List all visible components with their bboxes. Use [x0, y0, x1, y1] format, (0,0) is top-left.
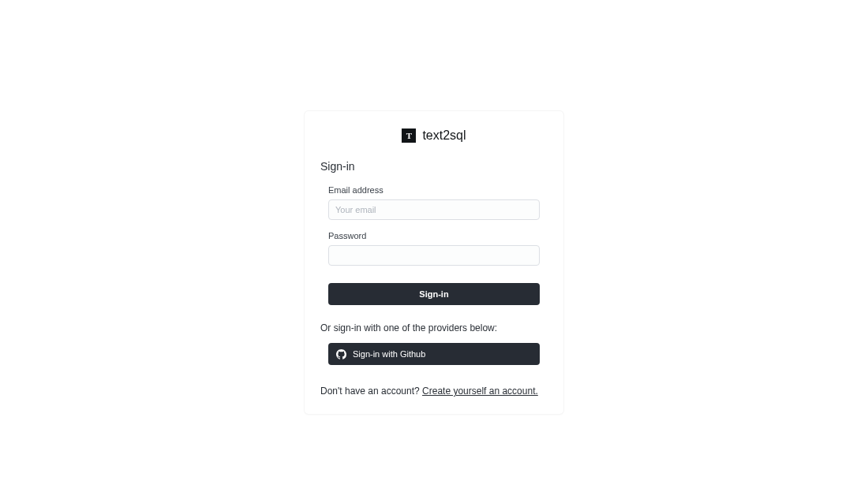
email-label: Email address: [328, 185, 540, 195]
github-icon: [336, 349, 346, 359]
create-account-link[interactable]: Create yourself an account.: [422, 386, 538, 397]
brand-logo-icon: T: [402, 129, 416, 143]
brand-name-part1: text: [422, 129, 443, 142]
email-group: Email address: [320, 185, 548, 220]
brand-name: text2sql: [422, 129, 466, 143]
password-field[interactable]: [328, 245, 540, 266]
signup-prefix: Don't have an account?: [320, 386, 422, 397]
signin-button[interactable]: Sign-in: [328, 283, 540, 305]
github-signin-button[interactable]: Sign-in with Github: [328, 343, 540, 365]
password-label: Password: [328, 231, 540, 240]
providers-divider: Or sign-in with one of the providers bel…: [320, 322, 548, 333]
password-group: Password: [320, 231, 548, 266]
github-signin-label: Sign-in with Github: [353, 349, 425, 359]
signup-footer: Don't have an account? Create yourself a…: [320, 386, 548, 397]
signin-card: T text2sql Sign-in Email address Passwor…: [304, 110, 564, 415]
brand-name-part2: 2sql: [443, 129, 466, 142]
page-title: Sign-in: [320, 160, 548, 173]
email-field[interactable]: [328, 199, 540, 220]
brand-logo-letter: T: [406, 131, 412, 140]
brand-header: T text2sql: [320, 129, 548, 143]
